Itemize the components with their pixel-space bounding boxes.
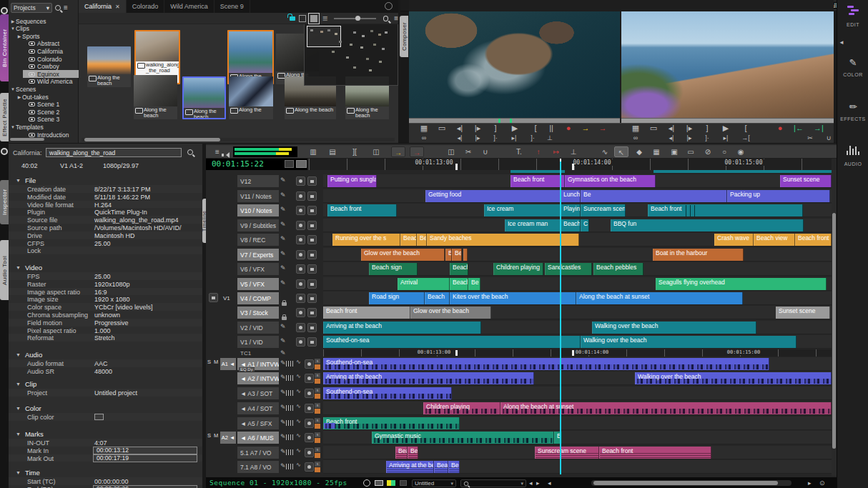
track-name-v5[interactable]: V5 / VFX [237, 278, 279, 290]
timeline-tool-icon[interactable]: ○ [717, 146, 731, 157]
bin-clip-thumbnail[interactable]: Along the beach [134, 75, 177, 119]
timeline-tool-icon[interactable]: ▭ [684, 146, 698, 157]
timeline-tool-icon[interactable]: ][ [347, 146, 362, 157]
solo-mini[interactable]: s [315, 373, 320, 378]
unlock-icon[interactable] [290, 16, 295, 21]
waveform-icon[interactable] [286, 449, 293, 455]
timeline-clip[interactable]: Beach [400, 234, 417, 246]
timeline-clip[interactable]: Children playing [493, 263, 543, 275]
waveform-icon[interactable] [286, 420, 293, 426]
sidebar-mode-effects[interactable]: ✎EFFECTS [837, 100, 868, 121]
sidebar-mode-color[interactable]: ✎COLOR [837, 56, 868, 77]
pencil-icon[interactable]: ✎ [280, 374, 286, 381]
transport-button-icon[interactable]: ▭ [647, 124, 660, 132]
timeline-clip[interactable]: Arriving at the be [386, 461, 434, 473]
timeline-clip[interactable]: Sandy beaches [427, 234, 579, 246]
section-header-file[interactable]: ▼File [16, 176, 36, 184]
list-view-icon[interactable]: ≣ [322, 14, 327, 22]
sidebar-item-abstract[interactable]: Abstract [23, 40, 59, 48]
timeline-clip[interactable]: Ice cream [484, 204, 561, 216]
track-name-v6[interactable]: V6 / VFX [237, 263, 279, 275]
track-lane-v10[interactable]: Beach frontIce creamPlayingSuncream scen… [323, 204, 832, 217]
bin-hscrollbar[interactable] [82, 138, 395, 141]
solo-mini[interactable]: s [315, 462, 320, 467]
track-lane-a5[interactable]: Beach front [323, 417, 832, 430]
track-lane-v7[interactable]: Glow over the beachBBeBoat in the harbou… [323, 248, 832, 262]
monitor-track-icon[interactable] [307, 235, 317, 244]
record-track-icon[interactable] [296, 308, 305, 317]
timeline-search[interactable]: ▾ [460, 479, 526, 487]
search-icon[interactable] [187, 149, 193, 155]
timeline-tool-icon[interactable]: ↑ [531, 146, 546, 157]
timeline-clip[interactable]: Beach [450, 278, 468, 290]
pencil-icon[interactable]: ✎ [280, 337, 286, 344]
sidebar-item-california[interactable]: California [23, 47, 63, 55]
transport-button-icon[interactable]: ▭ [435, 124, 448, 132]
timeline-clip[interactable]: Southend-on-sea [323, 358, 769, 370]
solo-mini[interactable]: s [315, 418, 320, 423]
record-track-icon[interactable] [296, 337, 305, 347]
timeline-tool-icon[interactable]: → [410, 146, 424, 157]
record-track-icon[interactable] [296, 250, 305, 259]
monitor-track-icon[interactable] [307, 308, 317, 317]
timeline-clip[interactable]: Be [468, 278, 480, 290]
timeline-tool-icon[interactable]: ◫ [369, 146, 383, 157]
track-name-a2[interactable]: ◄ A2 / INTVW [237, 372, 279, 384]
section-collapse-icon[interactable]: ▼ [16, 432, 21, 437]
automation-icon[interactable]: ∿ [296, 447, 301, 454]
group-patch[interactable]: A2 ◄ [220, 432, 236, 444]
track-option-icon[interactable] [305, 359, 314, 369]
timeline-clip[interactable]: Be [408, 447, 418, 459]
solo-mini[interactable]: s [315, 403, 320, 408]
search-icon[interactable] [464, 481, 468, 485]
timeline-clip[interactable] [463, 249, 468, 261]
timeline-clip[interactable]: Beach [561, 219, 581, 231]
section-header-marks[interactable]: ▼Marks [16, 430, 44, 438]
slider-knob[interactable] [355, 16, 360, 21]
next-icon[interactable]: ▸ [536, 479, 540, 487]
transport-button-icon[interactable]: ◂| [453, 124, 466, 132]
solo-mute-stack[interactable]: s [315, 447, 320, 458]
timeline-clip[interactable]: Southed-on-sea [323, 336, 581, 348]
timeline-clip[interactable]: Gymnastic music [372, 432, 554, 444]
search-icon[interactable] [383, 16, 389, 21]
bin-tab-scene-9[interactable]: Scene 9 [214, 0, 250, 13]
tree-hscroll-thumb[interactable] [10, 138, 44, 141]
transport-button-icon[interactable]: → [596, 124, 609, 132]
timeline-clip[interactable]: Sunscream scene [535, 447, 599, 459]
dock-tab-inspector[interactable]: Inspector [0, 180, 9, 224]
transport-button-icon[interactable]: |← [792, 124, 805, 132]
timeline-clip[interactable]: Arrival [398, 278, 450, 290]
monitor-track-icon[interactable] [307, 250, 317, 259]
record-position-bar[interactable] [621, 118, 834, 123]
clip-color-checkbox[interactable] [94, 414, 104, 420]
track-lane-v5[interactable]: ArrivalBeachBeSeagulls flying overhead [323, 277, 832, 291]
timeline-tool-icon[interactable]: ◉ [734, 146, 748, 157]
record-track-icon[interactable] [296, 206, 305, 215]
pencil-icon[interactable]: ✎ [280, 448, 286, 455]
transport-button-icon[interactable]: ⊥ [543, 134, 556, 142]
transport-button-icon[interactable]: ◂| [665, 124, 678, 132]
timeline-vscroll-thumb[interactable] [832, 213, 836, 449]
track-name-v9[interactable]: V9 / Subtitles [237, 219, 279, 231]
solo-mute-stack[interactable]: s [315, 403, 320, 414]
focus-icon[interactable] [363, 479, 370, 487]
timeline-clip[interactable]: Be [417, 234, 427, 246]
solo-mute-stack[interactable]: s [315, 432, 320, 443]
section-header-clip[interactable]: ▼Clip [16, 380, 36, 388]
timeline-clip[interactable]: Arriving at the beach [323, 322, 481, 334]
pencil-icon[interactable]: ✎ [280, 206, 286, 213]
timeline-clip[interactable]: Along the beach at sunset [500, 402, 832, 414]
timeline-clip[interactable]: Walking over the beach [581, 336, 797, 348]
track-lane-v4[interactable]: Road signBeachKites over the beachAlong … [323, 292, 832, 305]
frame-view-icon[interactable] [299, 15, 307, 22]
monitor-icon[interactable] [209, 293, 218, 302]
property-input[interactable]: 00:00:17:19 [93, 454, 197, 462]
sidebar-mode-edit[interactable]: EDIT [837, 6, 868, 27]
automation-icon[interactable]: ∿ [296, 359, 301, 365]
track-name-a7[interactable]: 5.1 A7 / VO [237, 447, 279, 459]
monitor-track-icon[interactable] [307, 206, 317, 215]
automation-icon[interactable]: ∿ [296, 388, 301, 394]
record-track-icon[interactable] [296, 264, 305, 274]
sidebar-item-sequences[interactable]: ▶Sequences [10, 17, 46, 25]
